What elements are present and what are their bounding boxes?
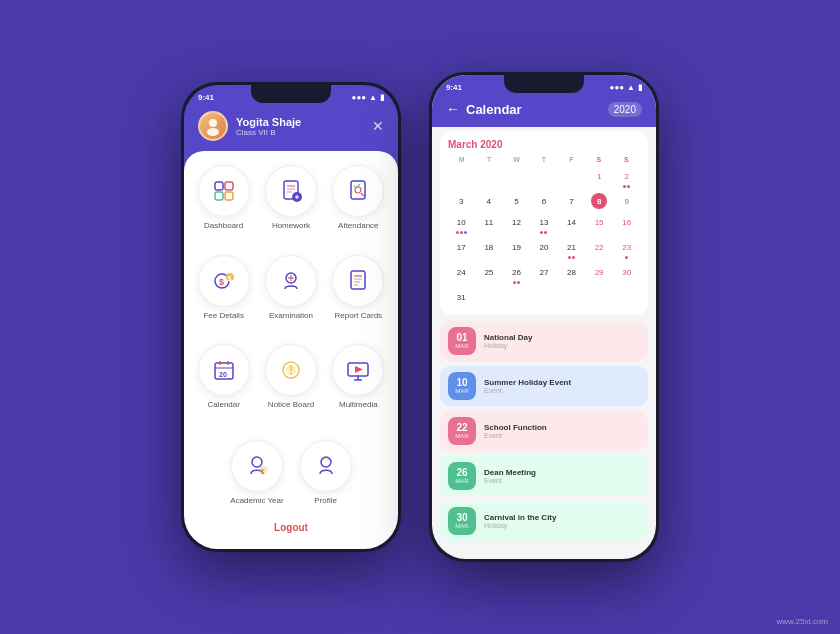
academic-year-icon-circle: ? — [231, 440, 283, 492]
event-info-5: Carnival in the City Holiday — [484, 513, 640, 529]
cal-cell[interactable]: 10 — [448, 212, 475, 236]
cal-cell[interactable]: 1 — [586, 166, 613, 190]
menu-item-calendar[interactable]: 20 Calendar — [194, 344, 253, 426]
notch-right — [504, 75, 584, 93]
right-phone: 9:41 ●●● ▲ ▮ ← Calendar 2020 March 2020 — [429, 72, 659, 562]
cal-cell[interactable]: 9 — [613, 191, 640, 211]
academic-year-label: Academic Year — [230, 496, 283, 505]
cal-cell[interactable]: 21 — [558, 237, 585, 261]
dashboard-icon-circle — [198, 165, 250, 217]
cal-cell — [503, 287, 530, 307]
menu-item-profile[interactable]: Profile — [300, 440, 352, 505]
cal-cell[interactable]: 3 — [448, 191, 475, 211]
cal-cell — [476, 287, 503, 307]
fee-details-label: Fee Details — [203, 311, 243, 320]
menu-item-examination[interactable]: Examination — [261, 255, 320, 337]
menu-item-homework[interactable]: Homework — [261, 165, 320, 247]
report-icon-circle — [332, 255, 384, 307]
cal-cell[interactable]: 2 — [613, 166, 640, 190]
event-dean[interactable]: 26 MAR Dean Meeting Event — [440, 456, 648, 496]
back-button[interactable]: ← — [446, 101, 460, 117]
svg-rect-13 — [351, 181, 365, 199]
cal-cell[interactable]: 23 — [613, 237, 640, 261]
close-button[interactable]: ✕ — [372, 118, 384, 134]
time-left: 9:41 — [198, 93, 214, 102]
day-t2: T — [530, 156, 557, 163]
cal-cell[interactable]: 27 — [531, 262, 558, 286]
cal-cell[interactable]: 31 — [448, 287, 475, 307]
svg-line-15 — [361, 193, 364, 196]
menu-item-report-cards[interactable]: Report Cards — [329, 255, 388, 337]
cal-cell[interactable] — [558, 166, 585, 190]
cal-cell[interactable]: 5 — [503, 191, 530, 211]
cal-cell[interactable]: 17 — [448, 237, 475, 261]
logout-row: Logout — [184, 509, 398, 549]
notice-board-label: Notice Board — [268, 400, 314, 409]
event-summer[interactable]: 10 MAR Summer Holiday Event Event — [440, 366, 648, 406]
menu-item-attendance[interactable]: Attendance — [329, 165, 388, 247]
menu-item-academic-year[interactable]: ? Academic Year — [230, 440, 283, 505]
signal-right: ●●● — [610, 83, 625, 92]
cal-cell[interactable]: 29 — [586, 262, 613, 286]
cal-cell[interactable]: 25 — [476, 262, 503, 286]
menu-item-multimedia[interactable]: Multimedia — [329, 344, 388, 426]
day-s1: S — [585, 156, 612, 163]
calendar-header: ← Calendar 2020 — [432, 95, 656, 127]
examination-label: Examination — [269, 311, 313, 320]
svg-rect-2 — [215, 182, 223, 190]
user-class: Class VII B — [236, 128, 301, 137]
year-badge[interactable]: 2020 — [608, 102, 642, 117]
menu-item-dashboard[interactable]: Dashboard — [194, 165, 253, 247]
event-school[interactable]: 22 MAR School Function Event — [440, 411, 648, 451]
cal-cell[interactable]: 6 — [531, 191, 558, 211]
menu-item-fee-details[interactable]: $ $ Fee Details — [194, 255, 253, 337]
cal-cell[interactable]: 7 — [558, 191, 585, 211]
cal-cell[interactable]: 19 — [503, 237, 530, 261]
logout-button[interactable]: Logout — [274, 522, 308, 533]
day-m: M — [448, 156, 475, 163]
svg-point-36 — [290, 373, 292, 375]
calendar-label: Calendar — [207, 400, 239, 409]
wifi-right: ▲ — [627, 83, 635, 92]
svg-rect-5 — [225, 192, 233, 200]
status-icons-right: ●●● ▲ ▮ — [610, 83, 642, 92]
profile-label: Profile — [314, 496, 337, 505]
event-type-1: Holiday — [484, 342, 640, 349]
event-carnival[interactable]: 30 MAR Carnival in the City Holiday — [440, 501, 648, 541]
cal-cell[interactable]: 13 — [531, 212, 558, 236]
cal-cell[interactable]: 8 — [586, 191, 613, 211]
event-info-2: Summer Holiday Event Event — [484, 378, 640, 394]
cal-cell[interactable]: 12 — [503, 212, 530, 236]
cal-cell[interactable]: 18 — [476, 237, 503, 261]
cal-cell[interactable]: 26 — [503, 262, 530, 286]
day-t1: T — [475, 156, 502, 163]
dashboard-label: Dashboard — [204, 221, 243, 230]
calendar-title: Calendar — [466, 102, 522, 117]
left-phone: 9:41 ●●● ▲ ▮ — [181, 82, 401, 552]
cal-cell[interactable] — [448, 166, 475, 190]
cal-cell[interactable]: 24 — [448, 262, 475, 286]
menu-item-notice-board[interactable]: Notice Board — [261, 344, 320, 426]
cal-cell[interactable]: 15 — [586, 212, 613, 236]
signal-icon: ●●● — [352, 93, 367, 102]
cal-cell[interactable]: 14 — [558, 212, 585, 236]
battery-icon: ▮ — [380, 93, 384, 102]
notch — [251, 85, 331, 103]
cal-cell[interactable]: 28 — [558, 262, 585, 286]
cal-cell[interactable]: 16 — [613, 212, 640, 236]
cal-cell[interactable] — [531, 166, 558, 190]
cal-cell — [531, 287, 558, 307]
cal-cell[interactable] — [476, 166, 503, 190]
homework-label: Homework — [272, 221, 310, 230]
cal-cell[interactable]: 30 — [613, 262, 640, 286]
cal-cell[interactable]: 22 — [586, 237, 613, 261]
cal-cell[interactable]: 11 — [476, 212, 503, 236]
svg-point-41 — [252, 457, 262, 467]
cal-cell[interactable]: 20 — [531, 237, 558, 261]
cal-cell[interactable]: 4 — [476, 191, 503, 211]
event-name-1: National Day — [484, 333, 640, 342]
status-icons-left: ●●● ▲ ▮ — [352, 93, 384, 102]
cal-cell[interactable] — [503, 166, 530, 190]
attendance-icon-circle — [332, 165, 384, 217]
event-national-day[interactable]: 01 MAR National Day Holiday — [440, 321, 648, 361]
